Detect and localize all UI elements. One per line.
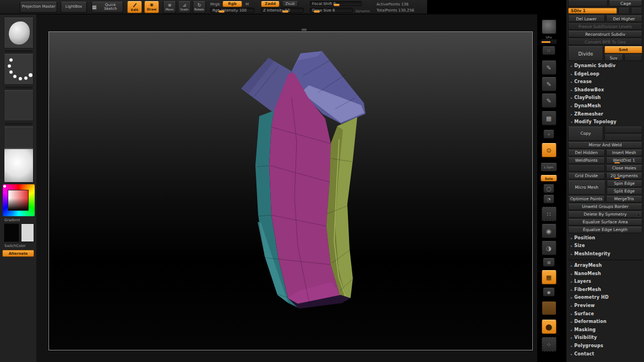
material-preview-icon[interactable]: [542, 301, 556, 315]
section-zremesher[interactable]: ▸ZRemesher: [568, 111, 642, 117]
equalize-surface-area-button[interactable]: Equalize Surface Area: [568, 219, 642, 226]
palette-surface[interactable]: ▸Surface: [568, 310, 642, 317]
polyframe-icon[interactable]: ◉: [542, 224, 556, 238]
palette-layers[interactable]: ▸Layers: [568, 278, 642, 285]
zadd-button[interactable]: Zadd: [261, 1, 280, 7]
camera-icon[interactable]: ◉: [543, 288, 555, 297]
draw-size-handle[interactable]: [314, 10, 320, 13]
palette-masking[interactable]: ▸Masking: [568, 326, 642, 333]
mirror-and-weld-button[interactable]: Mirror And Weld: [568, 142, 642, 149]
frame-icon[interactable]: ∷: [542, 207, 556, 221]
dots-preview-icon[interactable]: ∷: [542, 46, 555, 55]
palette-fibermesh[interactable]: ▸FiberMesh: [568, 286, 642, 293]
floor-icon[interactable]: ◯: [543, 184, 554, 193]
sdiv-minus-button[interactable]: [618, 8, 630, 14]
secondary-color-swatch[interactable]: [21, 223, 34, 242]
solo-button[interactable]: Solo: [541, 175, 557, 182]
dynamic-toggle[interactable]: Dynamic: [356, 9, 370, 13]
del-hidden-button[interactable]: Del Hidden: [568, 150, 605, 156]
persp-icon[interactable]: ⊙: [542, 143, 556, 157]
section-meshintegrity[interactable]: ▸MeshIntegrity: [568, 251, 642, 257]
modify-dim-button[interactable]: [568, 165, 605, 172]
move-button[interactable]: ⊕ Move: [163, 1, 176, 13]
reconstruct-subdiv-button[interactable]: Reconstruct Subdiv: [568, 31, 642, 37]
palette-visibility[interactable]: ▸Visibility: [568, 334, 642, 341]
welddist-slider[interactable]: WeldDist 1: [606, 157, 643, 164]
lightbox-button[interactable]: LightBox: [61, 2, 87, 13]
divide-button[interactable]: Divide: [568, 46, 603, 61]
unweld-groups-border-button[interactable]: Unweld Groups Border: [568, 204, 642, 210]
brush-thumbnail[interactable]: [4, 18, 34, 48]
projection-master-button[interactable]: Projection Master: [20, 2, 57, 13]
micro-mesh-button[interactable]: Micro Mesh: [568, 180, 605, 195]
sculpt-model[interactable]: [49, 32, 533, 351]
close-holes-button[interactable]: Close Holes: [606, 165, 643, 172]
suv-toggle[interactable]: Suv: [604, 54, 623, 61]
m-button[interactable]: M: [245, 2, 249, 7]
draw-button[interactable]: ◉ Draw: [144, 1, 159, 13]
equalize-edge-length-button[interactable]: Equalize Edge Length: [568, 227, 642, 233]
palette-geometry-hd[interactable]: ▸Geometry HD: [568, 294, 642, 301]
paste-extra-button[interactable]: [604, 134, 642, 141]
scale-button[interactable]: ⊿ Scale: [178, 1, 191, 13]
insert-mesh-button[interactable]: Insert Mesh: [606, 150, 643, 156]
freeze-subdivision-button[interactable]: Freeze SubDivision Levels: [568, 23, 642, 30]
color-picker[interactable]: [3, 184, 35, 216]
rotate-button[interactable]: ↻ Rotate: [193, 1, 206, 13]
focal-shift-handle[interactable]: [334, 4, 340, 6]
divide-extra-button[interactable]: [624, 54, 642, 61]
material-thumbnail[interactable]: [4, 149, 34, 183]
z-intensity-handle[interactable]: [282, 10, 288, 13]
split-edge-button[interactable]: Split Edge: [607, 188, 643, 195]
mrgb-button[interactable]: Mrgb: [210, 2, 220, 7]
rgb-intensity-handle[interactable]: [219, 10, 225, 13]
spix-slider[interactable]: [541, 39, 557, 44]
render-solid-icon[interactable]: ⬤: [542, 320, 556, 334]
copy-button[interactable]: Copy: [568, 127, 603, 141]
bpr-render-button[interactable]: [542, 20, 556, 34]
sdiv-plus-button[interactable]: [631, 8, 642, 14]
section-edgeloop[interactable]: ▸EdgeLoop: [568, 70, 642, 77]
palette-nanomesh[interactable]: ▸NanoMesh: [568, 270, 642, 277]
gradient-label[interactable]: Gradient: [4, 218, 20, 222]
transp-icon[interactable]: ◑: [542, 241, 556, 255]
aahalf-icon[interactable]: ▦: [542, 111, 556, 125]
z-intensity-slider[interactable]: Z Intensity 50: [261, 8, 304, 13]
del-lower-button[interactable]: Del Lower: [568, 15, 605, 22]
draw-size-slider[interactable]: Draw Size 8: [310, 8, 353, 13]
paste-button[interactable]: [604, 127, 642, 133]
palette-contact[interactable]: ▸Contact: [568, 350, 642, 357]
smt-toggle[interactable]: Smt: [604, 46, 642, 53]
palette-deformation[interactable]: ▸Deformation: [568, 319, 642, 325]
grid-divide-button[interactable]: Grid Divide: [568, 173, 605, 179]
saturation-value-square[interactable]: [8, 190, 29, 211]
spin-edge-button[interactable]: Spin Edge: [607, 180, 643, 187]
welddist-handle[interactable]: [614, 162, 620, 163]
rgb-intensity-slider[interactable]: Rgb Intensity 100: [210, 8, 254, 13]
alpha-thumbnail[interactable]: [4, 90, 34, 121]
quick-sketch-button[interactable]: ▦ Quick Sketch: [91, 2, 123, 13]
rgb-button[interactable]: Rgb: [222, 1, 242, 7]
segments-slider[interactable]: 20 Segments: [606, 173, 643, 179]
section-shadowbox[interactable]: ▸ShadowBox: [568, 86, 642, 93]
lsym-icon[interactable]: L.Sym: [541, 163, 557, 172]
section-crease[interactable]: ▸Crease: [568, 79, 642, 85]
main-color-swatch[interactable]: [4, 223, 19, 242]
zoom-icon[interactable]: ✎: [542, 77, 556, 91]
zsub-button[interactable]: Zsub: [282, 1, 298, 7]
section-position[interactable]: ▸Position: [568, 234, 642, 241]
segments-handle[interactable]: [614, 178, 620, 179]
section-dynamesh[interactable]: ▸DynaMesh: [568, 103, 642, 109]
spix-handle[interactable]: [542, 41, 550, 43]
mergetris-button[interactable]: MergeTris: [606, 196, 643, 202]
local-icon[interactable]: ◔: [543, 195, 554, 204]
scroll-icon[interactable]: ✎: [542, 61, 556, 75]
delete-by-symmetry-button[interactable]: Delete By Symmetry: [568, 211, 642, 218]
convert-bpr-button[interactable]: Convert BPR To Geo: [568, 39, 642, 45]
switchcolor-button[interactable]: SwitchColor: [4, 244, 25, 248]
wax-preview-icon[interactable]: ⊞: [543, 258, 555, 267]
panel-top-partial[interactable]: [568, 0, 608, 7]
cage-button[interactable]: Cage: [609, 0, 642, 7]
document-viewport[interactable]: [48, 31, 533, 350]
optimize-points-button[interactable]: Optimize Points: [568, 196, 605, 202]
